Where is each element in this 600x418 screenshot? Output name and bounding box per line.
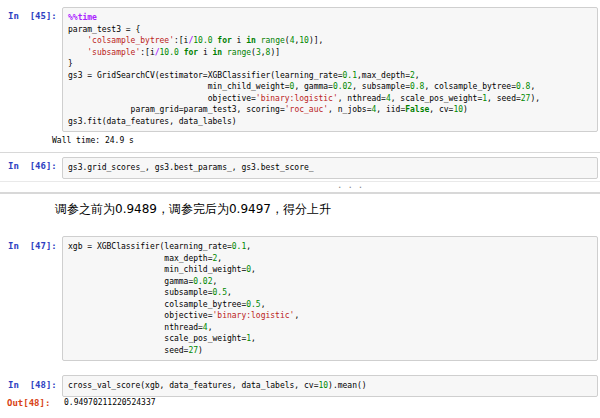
cell-48-result-output: 0.94970211220524337 bbox=[64, 398, 156, 407]
markdown-text: 调参之前为0.9489，调参完后为0.9497，得分上升 bbox=[55, 201, 331, 218]
input-prompt-46: In [46]: bbox=[8, 161, 57, 171]
input-prompt-48: In [48]: bbox=[8, 380, 57, 390]
cell-45-stream-output: Wall time: 24.9 s bbox=[52, 136, 134, 145]
code-cell-47-editor[interactable]: xgb = XGBClassifier(learning_rate=0.1, m… bbox=[62, 236, 598, 361]
code-cell-45-editor[interactable]: %%timeparam_test3 = { 'colsample_bytree'… bbox=[62, 7, 598, 132]
cell-divider bbox=[0, 192, 600, 194]
notebook-page: In [45]: %%timeparam_test3 = { 'colsampl… bbox=[0, 0, 600, 418]
code-cell-46-editor[interactable]: gs3.grid_scores_, gs3.best_params_, gs3.… bbox=[62, 157, 598, 179]
output-prompt-48: Out[48]: bbox=[7, 398, 50, 408]
collapsed-output-border bbox=[0, 181, 600, 182]
input-prompt-45: In [45]: bbox=[8, 11, 57, 21]
input-prompt-47: In [47]: bbox=[8, 241, 57, 251]
code-cell-48-editor[interactable]: cross_val_score(xgb, data_features, data… bbox=[62, 375, 598, 397]
collapsed-output-toggle[interactable]: ... bbox=[337, 180, 368, 190]
cell-divider bbox=[0, 152, 600, 153]
